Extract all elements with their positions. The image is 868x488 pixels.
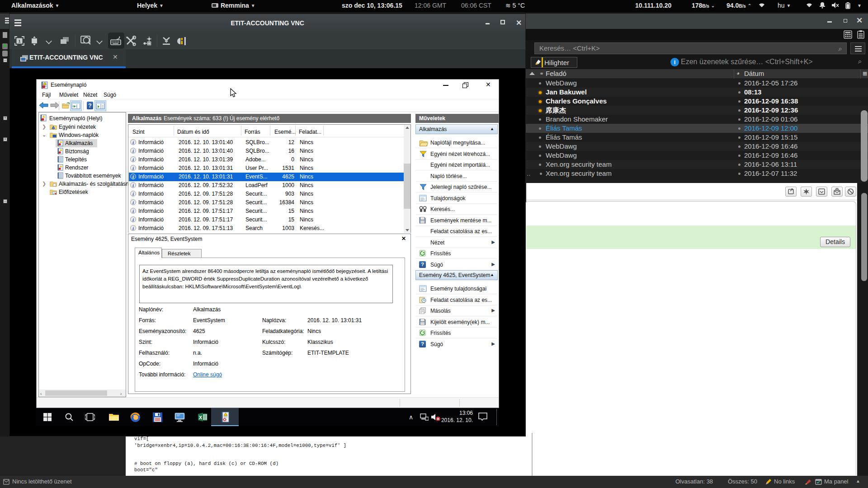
- svg-text:X: X: [199, 415, 203, 420]
- svg-text:1: 1: [18, 39, 20, 43]
